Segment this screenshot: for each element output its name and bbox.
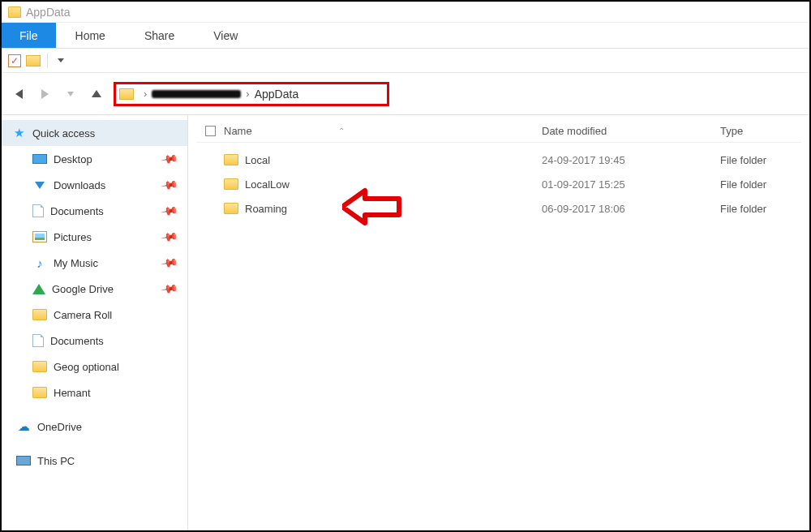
sidebar-item-label: Documents xyxy=(50,335,104,347)
window-title: AppData xyxy=(26,6,70,19)
sidebar-quick-access-label: Quick access xyxy=(32,127,95,139)
sidebar-quick-access[interactable]: ★ Quick access xyxy=(2,120,187,146)
breadcrumb-separator-icon: › xyxy=(246,88,249,100)
table-row[interactable]: Roaming 06-09-2017 18:06 File folder xyxy=(196,196,801,221)
sidebar-onedrive-label: OneDrive xyxy=(37,421,82,433)
sidebar-item-label: My Music xyxy=(54,257,98,269)
tab-home[interactable]: Home xyxy=(56,23,125,48)
breadcrumb-current[interactable]: AppData xyxy=(255,88,298,101)
google-drive-icon xyxy=(32,284,45,294)
breadcrumb-separator-icon: › xyxy=(144,88,147,100)
column-date-modified[interactable]: Date modified xyxy=(542,125,720,137)
pictures-icon xyxy=(32,231,47,242)
row-date: 06-09-2017 18:06 xyxy=(542,203,720,215)
column-type[interactable]: Type xyxy=(720,125,801,137)
onedrive-icon: ☁ xyxy=(16,420,31,433)
music-icon: ♪ xyxy=(32,256,47,269)
pin-icon: 📌 xyxy=(160,150,178,169)
qat-folder-icon[interactable] xyxy=(26,55,41,66)
sidebar-item-label: Desktop xyxy=(54,153,92,165)
row-date: 01-09-2017 15:25 xyxy=(542,178,720,191)
sidebar-item-label: Documents xyxy=(50,205,104,217)
nav-forward-icon[interactable] xyxy=(36,85,54,103)
row-date: 24-09-2017 19:45 xyxy=(542,154,720,166)
folder-icon xyxy=(224,154,238,165)
star-icon: ★ xyxy=(11,127,26,139)
sidebar-item-label: Camera Roll xyxy=(54,309,112,321)
sidebar-item-label: Pictures xyxy=(54,231,92,243)
row-name: Roaming xyxy=(245,203,287,215)
sidebar-item-downloads[interactable]: Downloads 📌 xyxy=(2,172,187,198)
desktop-icon xyxy=(32,154,47,164)
sidebar-item-label: Downloads xyxy=(54,179,105,191)
this-pc-icon xyxy=(16,456,31,466)
tab-file[interactable]: File xyxy=(2,23,56,48)
breadcrumb-redacted-user[interactable] xyxy=(152,90,241,98)
document-icon xyxy=(32,334,44,347)
row-type: File folder xyxy=(720,154,801,166)
ribbon-tabs: File Home Share View xyxy=(2,23,809,49)
nav-history-dropdown-icon[interactable] xyxy=(62,85,79,103)
pin-icon: 📌 xyxy=(160,280,178,298)
pin-icon: 📌 xyxy=(160,254,178,272)
folder-icon xyxy=(224,203,238,214)
sidebar-item-geog-optional[interactable]: Geog optional xyxy=(2,354,187,380)
document-icon xyxy=(32,204,44,217)
row-type: File folder xyxy=(720,178,801,191)
folder-icon xyxy=(32,361,47,372)
navigation-bar: › › AppData xyxy=(2,73,809,115)
column-name[interactable]: Name ⌃ xyxy=(224,125,542,137)
rows: Local 24-09-2017 19:45 File folder Local… xyxy=(196,143,801,221)
pin-icon: 📌 xyxy=(160,202,178,221)
sidebar-item-documents-2[interactable]: Documents xyxy=(2,328,187,354)
tab-share[interactable]: Share xyxy=(125,23,194,48)
downloads-icon xyxy=(32,178,47,191)
sidebar-this-pc-label: This PC xyxy=(37,455,75,467)
nav-back-icon[interactable] xyxy=(10,85,28,103)
table-row[interactable]: LocalLow 01-09-2017 15:25 File folder xyxy=(196,172,801,196)
sort-indicator-icon: ⌃ xyxy=(257,127,345,135)
qat-customize-dropdown-icon[interactable] xyxy=(58,58,64,62)
pin-icon: 📌 xyxy=(160,228,178,247)
sidebar-item-camera-roll[interactable]: Camera Roll xyxy=(2,302,187,328)
column-checkbox[interactable] xyxy=(196,126,224,136)
sidebar-item-label: Geog optional xyxy=(54,361,119,373)
sidebar-item-label: Hemant xyxy=(54,387,91,399)
sidebar: ★ Quick access Desktop 📌 Downloads 📌 Doc… xyxy=(2,115,188,530)
row-type: File folder xyxy=(720,203,801,215)
sidebar-item-desktop[interactable]: Desktop 📌 xyxy=(2,146,187,172)
sidebar-item-label: Google Drive xyxy=(52,283,114,295)
file-list: Name ⌃ Date modified Type Local 24-09-20… xyxy=(188,115,809,530)
sidebar-item-documents[interactable]: Documents 📌 xyxy=(2,198,187,224)
sidebar-item-google-drive[interactable]: Google Drive 📌 xyxy=(2,276,187,302)
qat-separator xyxy=(47,54,48,68)
quick-access-toolbar: ✓ xyxy=(2,49,809,73)
row-name: Local xyxy=(245,154,270,166)
address-folder-icon xyxy=(119,88,134,100)
sidebar-item-pictures[interactable]: Pictures 📌 xyxy=(2,224,187,250)
sidebar-this-pc[interactable]: This PC xyxy=(2,448,187,474)
table-row[interactable]: Local 24-09-2017 19:45 File folder xyxy=(196,148,801,172)
folder-icon xyxy=(32,309,47,320)
tab-view[interactable]: View xyxy=(194,23,257,48)
sidebar-item-hemant[interactable]: Hemant xyxy=(2,380,187,405)
nav-up-icon[interactable] xyxy=(88,85,105,103)
address-bar[interactable]: › › AppData xyxy=(114,82,389,106)
column-headers: Name ⌃ Date modified Type xyxy=(196,120,801,143)
sidebar-item-music[interactable]: ♪ My Music 📌 xyxy=(2,250,187,276)
sidebar-onedrive[interactable]: ☁ OneDrive xyxy=(2,414,187,440)
main-area: ★ Quick access Desktop 📌 Downloads 📌 Doc… xyxy=(2,115,809,530)
qat-properties-icon[interactable]: ✓ xyxy=(8,54,21,67)
titlebar: AppData xyxy=(2,2,809,23)
window-folder-icon xyxy=(8,6,21,18)
folder-icon xyxy=(32,387,47,398)
folder-icon xyxy=(224,178,238,190)
row-name: LocalLow xyxy=(245,178,290,191)
pin-icon: 📌 xyxy=(160,176,178,195)
